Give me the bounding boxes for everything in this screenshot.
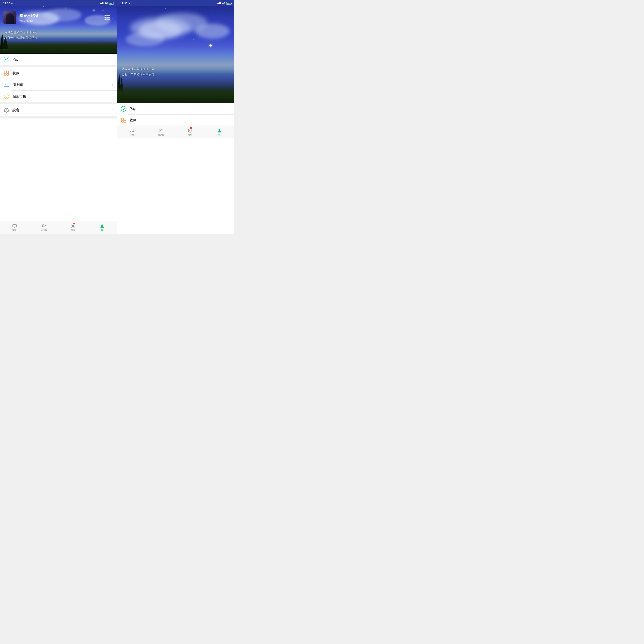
menu-item-favorites-left[interactable]: 收藏 ›: [0, 67, 117, 79]
tab-contacts-left[interactable]: 通訊錄: [29, 221, 58, 234]
svg-rect-27: [218, 3, 219, 4]
tab-discover-left[interactable]: 發現: [58, 221, 88, 234]
section-gap-1-left: [0, 65, 117, 67]
profile-name-left: 麋鹿不吃菜-: [19, 13, 102, 18]
content-area-left: ✦ ✦ ✦ ✦ ✦ ✦ 麋鹿不吃菜- WeChat: [0, 0, 117, 221]
qr-icon-left[interactable]: [105, 15, 110, 20]
moments-chevron-left: ›: [112, 83, 113, 87]
pay-icon-left: [3, 56, 9, 62]
settings-label-left: 設定: [12, 108, 112, 112]
hero-bg-right: ✦ ✦ ✦ ✦ ✦ ✦ ✦ ✦: [117, 0, 234, 103]
tab-discover-label-right: 發現: [188, 133, 192, 136]
signal-icon-right: [217, 2, 221, 5]
tab-chat-right[interactable]: 聊天: [117, 126, 146, 138]
location-arrow-right: ➤: [128, 2, 130, 5]
section-gap-2-left: [0, 102, 117, 104]
tab-chat-label-left: 聊天: [12, 229, 17, 232]
menu-item-sticker-left[interactable]: 貼圖市集 ›: [0, 91, 117, 102]
wechat-id-left: WeChat ID: [19, 19, 102, 22]
dots-right: ···: [122, 97, 125, 100]
favorites-label-right: 收藏: [130, 118, 229, 123]
sticker-icon-left: [3, 93, 9, 99]
menu-list-right: Pay › 收藏 ›: [117, 103, 234, 126]
tab-bar-left: 聊天 通訊錄 發現: [0, 221, 117, 234]
svg-rect-31: [124, 118, 126, 120]
time-right: 12:30: [120, 2, 127, 5]
me-tab-icon-right: [217, 128, 222, 133]
menu-item-pay-left[interactable]: Pay ›: [0, 54, 117, 65]
status-time-right: 12:30 ➤: [120, 2, 130, 5]
svg-rect-2: [102, 2, 103, 4]
tab-chat-label-right: 聊天: [130, 133, 134, 136]
contacts-tab-icon-right: [159, 128, 163, 133]
svg-rect-0: [100, 3, 101, 4]
tab-me-label-right: 我: [218, 133, 220, 136]
chat-tab-icon-left: [12, 224, 17, 228]
menu-item-pay-right[interactable]: Pay ›: [117, 103, 234, 115]
sticker-chevron-left: ›: [112, 94, 113, 98]
favorites-label-left: 收藏: [12, 71, 112, 76]
svg-point-16: [43, 224, 44, 226]
pay-chevron-left: ›: [112, 58, 113, 61]
svg-rect-5: [7, 71, 9, 73]
svg-rect-33: [124, 120, 126, 122]
favorites-icon-right: [121, 117, 127, 123]
hero-left: ✦ ✦ ✦ ✦ ✦ ✦ 麋鹿不吃菜- WeChat: [0, 0, 117, 54]
tab-discover-label-left: 發現: [71, 229, 75, 232]
svg-point-20: [72, 225, 74, 227]
pay-label-right: Pay: [130, 107, 229, 111]
svg-point-34: [160, 129, 161, 131]
hero-right: ✦ ✦ ✦ ✦ ✦ ✦ ✦ ✦ 就算全世界与你格格不入 总有一个会对你温柔以待: [117, 0, 234, 103]
battery-icon-left: [109, 2, 114, 5]
svg-rect-28: [219, 2, 220, 4]
network-type-right: 4G: [222, 2, 225, 5]
favorites-chevron-right: ›: [229, 118, 231, 122]
svg-point-12: [4, 94, 9, 99]
menu-item-settings-left[interactable]: 設定 ›: [0, 104, 117, 116]
battery-icon-right: [226, 2, 231, 5]
location-arrow-left: ➤: [11, 2, 13, 5]
tab-me-right[interactable]: 我: [205, 126, 234, 138]
discover-badge-right: [190, 127, 192, 129]
poem-line1-left: 就算全世界与你格格不入: [4, 30, 37, 35]
right-phone-panel: 12:30 ➤ 4G ✦: [117, 0, 234, 234]
status-time-left: 12:30 ➤: [3, 2, 13, 5]
tab-contacts-label-left: 通訊錄: [41, 229, 47, 232]
settings-icon-left: [3, 107, 9, 113]
menu-item-favorites-right[interactable]: 收藏 ›: [117, 115, 234, 126]
svg-rect-29: [220, 2, 221, 4]
pay-chevron-right: ›: [229, 107, 231, 111]
profile-info-left: 麋鹿不吃菜- WeChat ID: [19, 13, 102, 22]
menu-item-moments-left[interactable]: 朋友圈 ›: [0, 79, 117, 91]
time-left: 12:30: [3, 2, 10, 5]
network-type-left: 4G: [105, 2, 108, 5]
poem-line2-right: 总有一个会对你温柔以待: [122, 72, 155, 77]
content-area-right: ✦ ✦ ✦ ✦ ✦ ✦ ✦ ✦ 就算全世界与你格格不入 总有一个会对你温柔以待: [117, 0, 234, 126]
svg-point-38: [190, 130, 191, 131]
tab-discover-right[interactable]: 發現: [176, 126, 205, 138]
favorites-icon-left: [3, 70, 9, 76]
status-icons-left: 4G: [100, 2, 114, 5]
tab-contacts-right[interactable]: 通訊錄: [146, 126, 176, 138]
svg-rect-7: [7, 73, 9, 75]
chat-tab-icon-right: [129, 128, 134, 133]
svg-rect-6: [4, 73, 6, 75]
profile-chevron-left[interactable]: ›: [112, 16, 113, 20]
moments-label-left: 朋友圈: [12, 83, 112, 87]
discover-badge-left: [73, 223, 75, 224]
status-icons-right: 4G: [217, 2, 231, 5]
tab-me-left[interactable]: 我: [88, 221, 117, 234]
contacts-tab-icon-left: [41, 224, 46, 228]
svg-rect-9: [5, 84, 6, 85]
me-tab-icon-left: [100, 224, 105, 228]
profile-actions-left: ›: [105, 15, 113, 20]
status-bar-left: 12:30 ➤ 4G: [0, 0, 117, 6]
svg-rect-3: [103, 2, 103, 4]
poem-line2-left: 总有一个会对你温柔以待: [4, 35, 37, 40]
menu-list-left: Pay › 收藏 ›: [0, 54, 117, 221]
avatar-left: [3, 11, 16, 24]
tab-chat-left[interactable]: 聊天: [0, 221, 29, 234]
pay-icon-right: [121, 106, 127, 112]
svg-rect-30: [122, 118, 123, 120]
svg-rect-32: [122, 120, 123, 122]
